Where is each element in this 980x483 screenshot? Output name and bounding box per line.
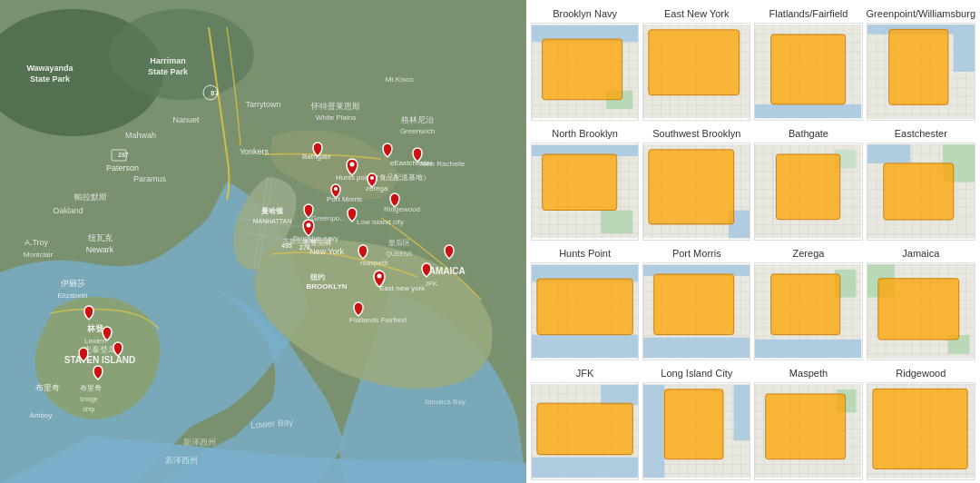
regions-panel: Brooklyn NavyEast New YorkFlatlands/Fair… — [526, 0, 980, 483]
region-item-port-morris[interactable]: Port Morris — [642, 244, 750, 360]
svg-text:Oakland: Oakland — [53, 206, 83, 215]
svg-text:曼哈顿: 曼哈顿 — [261, 207, 284, 215]
svg-text:White Plains: White Plains — [316, 113, 356, 122]
svg-rect-155 — [755, 104, 861, 118]
region-label-north-brooklyn: North Brooklyn — [531, 124, 639, 143]
svg-text:MANHATTAN: MANHATTAN — [253, 218, 292, 224]
svg-rect-262 — [777, 154, 840, 220]
region-item-eastchester[interactable]: Eastchester — [867, 124, 975, 241]
svg-text:BROOKLYN: BROOKLYN — [306, 282, 347, 291]
svg-point-74 — [307, 223, 311, 228]
svg-text:布里奇: 布里奇 — [35, 383, 60, 392]
region-item-hunts-point[interactable]: Hunts Point — [531, 244, 639, 360]
svg-text:Harriman: Harriman — [150, 56, 186, 65]
svg-point-72 — [370, 176, 374, 180]
region-label-ridgewood: Ridgewood — [867, 364, 975, 382]
region-thumb-brooklyn-navy — [531, 23, 639, 121]
svg-text:Newark: Newark — [86, 245, 114, 254]
region-item-southwest-brooklyn[interactable]: Southwest Brooklyn — [642, 124, 750, 241]
region-item-east-new-york[interactable]: East New York — [642, 5, 750, 121]
region-thumb-long-island-city — [642, 382, 750, 480]
svg-text:Greenpo...: Greenpo... — [311, 214, 346, 222]
svg-text:East new york: East new york — [379, 284, 426, 292]
svg-text:格林尼治: 格林尼治 — [400, 115, 434, 124]
svg-text:Mt.Kisco: Mt.Kisco — [386, 75, 414, 84]
svg-text:New Rachelle: New Rachelle — [420, 160, 466, 168]
svg-rect-370 — [771, 274, 840, 335]
region-item-brooklyn-navy[interactable]: Brooklyn Navy — [531, 5, 639, 121]
svg-rect-316 — [537, 279, 632, 335]
svg-text:Port Morris: Port Morris — [327, 195, 362, 203]
svg-text:Amboy: Amboy — [30, 411, 53, 419]
svg-rect-287 — [867, 144, 910, 163]
region-item-long-island-city[interactable]: Long Island City — [642, 364, 750, 480]
svg-rect-422 — [532, 458, 638, 478]
svg-text:bridge: bridge — [80, 396, 98, 403]
svg-text:Paramus: Paramus — [133, 174, 167, 183]
svg-text:State Park: State Park — [148, 67, 189, 76]
svg-text:Ridgewood: Ridgewood — [384, 205, 420, 213]
svg-text:Brooklyn navy: Brooklyn navy — [293, 234, 338, 242]
svg-text:新泽西州: 新泽西州 — [165, 456, 198, 465]
region-label-jfk: JFK — [531, 364, 639, 382]
svg-text:皇后区: 皇后区 — [388, 239, 410, 247]
region-thumb-east-new-york — [642, 23, 750, 121]
region-thumb-bathgate — [754, 143, 862, 241]
region-label-maspeth: Maspeth — [754, 364, 862, 382]
region-item-bathgate[interactable]: Bathgate — [754, 124, 862, 241]
svg-rect-451 — [665, 389, 723, 459]
svg-rect-183 — [888, 29, 947, 104]
svg-text:287: 287 — [118, 152, 129, 158]
svg-rect-156 — [771, 34, 846, 104]
svg-text:帕拉默斯: 帕拉默斯 — [74, 192, 107, 202]
region-thumb-flatlands-fairfield — [754, 23, 862, 121]
svg-text:STATEN ISLAND: STATEN ISLAND — [64, 355, 136, 365]
region-thumb-eastchester — [867, 143, 975, 241]
main-map[interactable]: 87 495 Wawayanda State Park Harriman Sta… — [0, 0, 526, 483]
svg-rect-449 — [643, 385, 664, 478]
svg-point-75 — [377, 274, 382, 279]
svg-point-3 — [109, 9, 254, 100]
svg-text:纽瓦克: 纽瓦克 — [88, 233, 113, 242]
svg-text:Montclair: Montclair — [24, 251, 54, 259]
region-label-long-island-city: Long Island City — [642, 364, 750, 382]
svg-rect-105 — [543, 39, 622, 100]
svg-rect-182 — [953, 25, 975, 72]
region-item-jamaica[interactable]: Jamaica — [867, 244, 975, 360]
svg-rect-130 — [649, 30, 740, 95]
region-item-flatlands-fairfield[interactable]: Flatlands/Fairfield — [754, 5, 862, 121]
svg-text:zerega: zerega — [366, 184, 388, 192]
region-label-eastchester: Eastchester — [867, 124, 975, 143]
region-item-maspeth[interactable]: Maspeth — [754, 364, 862, 480]
regions-grid: Brooklyn NavyEast New YorkFlatlands/Fair… — [531, 5, 975, 480]
region-item-greenpoint-williamsburg[interactable]: Greenpoint/Williamsburg — [867, 5, 975, 121]
svg-text:Low island city: Low island city — [357, 218, 404, 226]
svg-text:新泽西州: 新泽西州 — [183, 438, 216, 447]
map-svg: 87 495 Wawayanda State Park Harriman Sta… — [0, 0, 526, 483]
svg-rect-423 — [601, 385, 638, 406]
region-item-jfk[interactable]: JFK — [531, 364, 639, 480]
region-thumb-greenpoint-williamsburg — [867, 23, 975, 121]
region-thumb-hunts-point — [531, 262, 639, 360]
svg-rect-209 — [601, 211, 632, 234]
svg-rect-502 — [872, 389, 966, 468]
region-item-north-brooklyn[interactable]: North Brooklyn — [531, 124, 639, 241]
svg-text:A.Troy: A.Troy — [24, 238, 49, 247]
svg-text:Greenwich: Greenwich — [400, 127, 435, 135]
svg-rect-210 — [543, 154, 617, 211]
svg-text:林登: 林登 — [86, 324, 104, 333]
svg-point-73 — [334, 187, 338, 191]
region-thumb-ridgewood — [867, 382, 975, 480]
svg-rect-368 — [755, 340, 861, 359]
region-label-greenpoint-williamsburg: Greenpoint/Williamsburg — [867, 5, 975, 23]
svg-text:Paterson: Paterson — [106, 163, 139, 172]
region-item-ridgewood[interactable]: Ridgewood — [867, 364, 975, 480]
region-item-zerega[interactable]: Zerega — [754, 244, 862, 360]
svg-text:纽约: 纽约 — [309, 273, 325, 281]
svg-text:State Park: State Park — [30, 74, 71, 84]
region-thumb-jfk — [531, 382, 639, 480]
region-label-southwest-brooklyn: Southwest Brooklyn — [642, 124, 750, 143]
svg-text:ship: ship — [83, 406, 95, 413]
region-label-hunts-point: Hunts Point — [531, 244, 639, 262]
region-label-flatlands-fairfield: Flatlands/Fairfield — [754, 5, 862, 23]
